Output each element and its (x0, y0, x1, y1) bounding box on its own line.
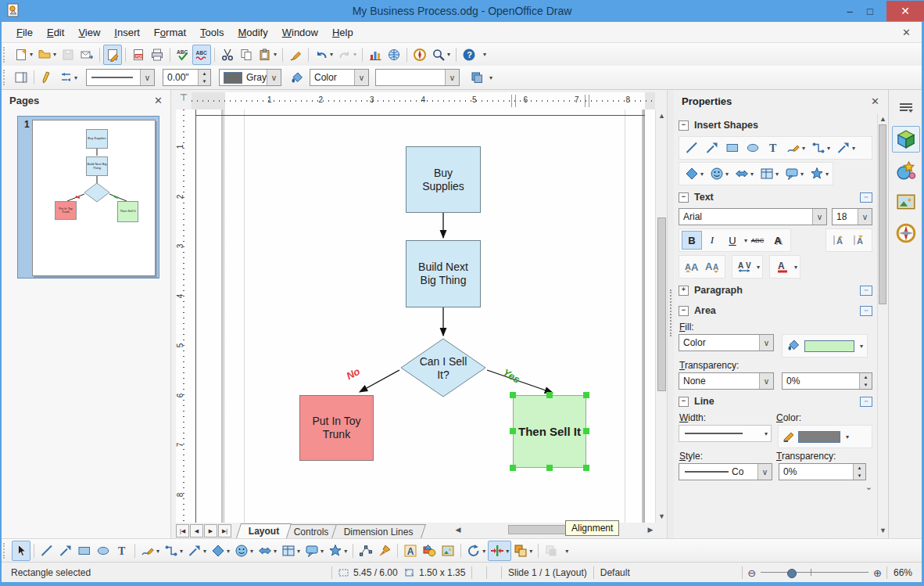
edit-points-button[interactable] (356, 541, 375, 561)
layer-tab-dimension-lines[interactable]: Dimension Lines (331, 524, 426, 538)
previous-page-button[interactable]: ◀ (190, 524, 203, 537)
insert-arrow-button[interactable] (703, 138, 722, 158)
italic-button[interactable]: I (702, 231, 722, 250)
toolbar-grip[interactable] (3, 543, 9, 559)
drawing-canvas[interactable]: Buy Supplies Build Next Big Thing Can I … (192, 110, 655, 523)
font-size-select[interactable]: 18 v (832, 208, 872, 225)
insert-lines-arrows-button[interactable]: ▾ (834, 138, 858, 158)
dropdown-arrow-icon[interactable]: ▾ (529, 548, 532, 555)
tab-properties-icon[interactable] (892, 126, 920, 153)
page-thumbnail[interactable]: 1 Buy Supplies Build Next Big Thing Put … (17, 116, 159, 279)
format-paintbrush-button[interactable] (286, 45, 305, 65)
menu-format[interactable]: Format (147, 24, 193, 41)
dropdown-arrow-icon[interactable]: ▾ (344, 548, 347, 555)
print-button[interactable] (148, 45, 167, 65)
area-dialog-launcher-icon[interactable]: ▫▫ (860, 306, 872, 316)
toolbar-more-button[interactable]: ▾ (489, 74, 492, 81)
first-page-button[interactable]: |◀ (176, 524, 189, 537)
fill-color-swatch[interactable] (804, 340, 854, 352)
dropdown-arrow-icon[interactable]: ▾ (74, 74, 77, 81)
paragraph-dialog-launcher-icon[interactable]: ▫▫ (860, 286, 872, 296)
minimize-button[interactable]: – (840, 3, 860, 19)
flow-node-build-next-big-thing[interactable]: Build Next Big Thing (406, 240, 481, 307)
dropdown-arrow-icon[interactable]: ▾ (826, 171, 829, 178)
expand-icon[interactable]: + (679, 286, 689, 296)
dropdown-arrow-icon[interactable]: ▾ (846, 433, 849, 440)
stars-button[interactable]: ▾ (326, 541, 349, 561)
dropdown-arrow-icon[interactable]: ▾ (297, 548, 300, 555)
scroll-left-icon[interactable]: ◀ (453, 525, 463, 534)
bold-button[interactable]: B (682, 231, 702, 250)
from-file-button[interactable] (420, 541, 439, 561)
chart-button[interactable] (366, 45, 385, 65)
panel-scroll-more-icon[interactable]: ⌄ (679, 482, 872, 492)
section-area[interactable]: − Area ▫▫ (679, 302, 872, 319)
line-width-spinner[interactable]: 0.00" ▲▼ (163, 69, 211, 86)
rotate-button[interactable]: ▾ (464, 541, 488, 561)
dropdown-arrow-icon[interactable]: ▾ (180, 548, 183, 555)
curve-button[interactable]: ▾ (138, 541, 162, 561)
dropdown-arrow-icon[interactable]: ▾ (802, 145, 805, 152)
dropdown-arrow-icon[interactable]: ▾ (227, 548, 230, 555)
toolbar-grip[interactable] (3, 47, 9, 63)
scroll-up-icon[interactable]: ▲ (656, 111, 668, 120)
sidebar-toggle-button[interactable] (12, 67, 30, 88)
section-text[interactable]: − Text ▫▫ (679, 189, 872, 206)
fill-style-icon[interactable] (786, 338, 800, 354)
flowchart-button[interactable]: ▾ (279, 541, 303, 561)
stars-button[interactable]: ▾ (808, 164, 831, 184)
menu-modify[interactable]: Modify (231, 24, 274, 41)
text-button[interactable]: T (113, 541, 131, 561)
block-arrows-button[interactable]: ▾ (732, 164, 756, 184)
close-document-icon[interactable]: ✕ (902, 27, 911, 38)
transparency-value-spinner[interactable]: 0% ▲▼ (782, 372, 872, 390)
line-transparency-spinner[interactable]: 0% ▲▼ (779, 463, 866, 480)
line-color-style-icon[interactable] (783, 430, 795, 444)
maximize-button[interactable]: □ (860, 3, 880, 19)
vertical-ruler[interactable]: 12345678 (176, 110, 192, 523)
scroll-down-icon[interactable]: ▼ (878, 527, 888, 534)
callouts-button[interactable]: ▾ (783, 164, 806, 184)
spin-down-icon[interactable]: ▼ (199, 77, 210, 85)
insert-connector-button[interactable]: ▾ (809, 138, 833, 158)
spin-up-icon[interactable]: ▲ (199, 70, 210, 77)
fill-type-select[interactable]: Color v (310, 69, 369, 86)
collapse-icon[interactable]: − (679, 120, 689, 131)
character-spacing-button[interactable]: AV (735, 257, 755, 276)
insert-curve-button[interactable]: ▾ (784, 138, 808, 158)
spin-up-icon[interactable]: ▲ (860, 373, 872, 381)
auto-spellcheck-button[interactable]: ABC (192, 45, 211, 65)
edit-mode-button[interactable] (103, 45, 122, 65)
page-style-status[interactable]: Default (600, 567, 718, 578)
text-shadow-button[interactable]: A (768, 231, 788, 250)
flow-node-then-sell-it[interactable]: Then Sell It (513, 395, 586, 468)
menu-tools[interactable]: Tools (193, 24, 231, 41)
dropdown-arrow-icon[interactable]: ▾ (860, 343, 863, 350)
fontwork-button[interactable]: A (401, 541, 420, 561)
dropdown-arrow-icon[interactable]: ▾ (700, 171, 704, 178)
selection-handle[interactable] (583, 465, 589, 471)
glue-points-button[interactable] (375, 541, 394, 561)
tab-navigator-icon[interactable] (892, 220, 920, 246)
export-pdf-button[interactable]: PDF (129, 45, 148, 65)
transparency-type-select[interactable]: None v (679, 372, 774, 390)
scroll-down-icon[interactable]: ▼ (656, 512, 668, 521)
gallery-button[interactable] (439, 541, 457, 561)
selection-handle[interactable] (510, 392, 516, 398)
dropdown-arrow-icon[interactable]: v (267, 70, 281, 85)
undo-button[interactable]: ▾ (312, 45, 335, 65)
fill-color-select[interactable]: v (375, 69, 460, 86)
flow-node-buy-supplies[interactable]: Buy Supplies (406, 146, 481, 213)
zoom-out-icon[interactable]: ⊖ (747, 567, 756, 579)
dropdown-arrow-icon[interactable]: ▾ (274, 51, 277, 58)
dropdown-arrow-icon[interactable]: ▾ (53, 51, 56, 58)
dropdown-arrow-icon[interactable]: ▾ (250, 548, 253, 555)
line-color-select[interactable]: Gray 6 v (219, 69, 281, 86)
horizontal-scrollbar[interactable]: ◀ ▶ (452, 523, 657, 536)
menu-help[interactable]: Help (325, 24, 360, 41)
shadow-toggle-icon[interactable] (467, 67, 486, 88)
line-style-select[interactable]: v (86, 69, 155, 86)
section-line[interactable]: − Line ▫▫ (679, 393, 872, 410)
dropdown-arrow-icon[interactable]: ▾ (30, 51, 33, 58)
section-paragraph[interactable]: + Paragraph ▫▫ (679, 282, 872, 299)
